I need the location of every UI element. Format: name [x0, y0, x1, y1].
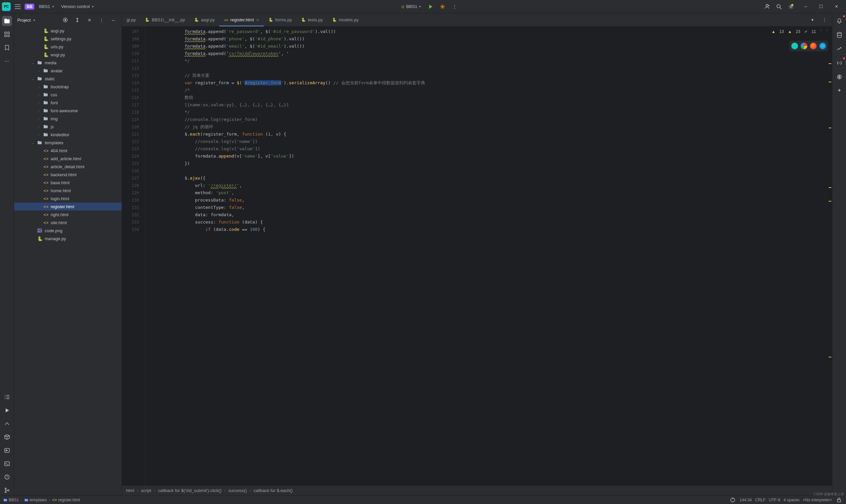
- indexing-icon[interactable]: [729, 496, 736, 504]
- line-number[interactable]: 123: [122, 145, 145, 152]
- chevron-icon[interactable]: ›: [37, 117, 41, 121]
- chevron-icon[interactable]: ›: [37, 93, 41, 96]
- vcs-tool-icon[interactable]: [2, 485, 12, 495]
- editor-tab[interactable]: 🐍asgi.py: [190, 13, 219, 26]
- chevron-icon[interactable]: ›: [37, 69, 41, 73]
- problems-tool-icon[interactable]: [2, 472, 12, 482]
- code-with-me-icon[interactable]: [762, 2, 772, 12]
- read-only-icon[interactable]: [835, 496, 843, 504]
- tree-item[interactable]: <>register.html: [14, 202, 122, 211]
- line-number[interactable]: 109: [122, 43, 145, 50]
- tree-item[interactable]: ›kindeditor: [14, 130, 122, 139]
- window-minimize[interactable]: ─: [798, 0, 813, 13]
- line-number[interactable]: 133: [122, 218, 145, 226]
- editor-tab[interactable]: 🐍forms.py: [264, 13, 296, 26]
- line-number[interactable]: 108: [122, 35, 145, 43]
- line-number[interactable]: 113: [122, 72, 145, 79]
- line-number[interactable]: 129: [122, 189, 145, 197]
- more-run-icon[interactable]: ⋮: [449, 2, 460, 12]
- line-number[interactable]: 122: [122, 138, 145, 145]
- line-number[interactable]: 114: [122, 79, 145, 87]
- line-number[interactable]: 124: [122, 152, 145, 160]
- ai-assistant-icon[interactable]: [834, 86, 844, 96]
- line-number[interactable]: 121: [122, 130, 145, 138]
- line-number[interactable]: 125: [122, 160, 145, 167]
- chevron-icon[interactable]: ›: [37, 125, 41, 129]
- line-number[interactable]: 107: [122, 28, 145, 35]
- tree-item[interactable]: <>backend.html: [14, 170, 122, 179]
- line-number[interactable]: 119: [122, 116, 145, 123]
- tree-item[interactable]: 🐍asgi.py: [14, 26, 122, 35]
- nav-crumb[interactable]: BBS1: [3, 498, 19, 502]
- todo-tool-icon[interactable]: [2, 392, 12, 402]
- window-maximize[interactable]: ☐: [813, 0, 829, 13]
- tree-item[interactable]: ›font: [14, 98, 122, 107]
- run-button[interactable]: [426, 2, 435, 12]
- close-icon[interactable]: ✕: [256, 18, 259, 22]
- search-icon[interactable]: [774, 2, 784, 12]
- tree-item[interactable]: ›font-awesome: [14, 107, 122, 114]
- line-number[interactable]: 112: [122, 65, 145, 72]
- breadcrumb-item[interactable]: success(): [228, 488, 247, 493]
- chevron-icon[interactable]: ›: [37, 101, 41, 105]
- editor-tab[interactable]: 🐍tests.py: [296, 13, 327, 26]
- editor-tab[interactable]: <>register.html ✕: [219, 13, 264, 26]
- chevron-icon[interactable]: ⌄: [31, 141, 35, 145]
- run-tool-icon[interactable]: [2, 406, 12, 415]
- prev-highlight-icon[interactable]: ˄: [820, 29, 822, 34]
- tree-item[interactable]: 🐍wsgi.py: [14, 51, 122, 59]
- tree-item[interactable]: <>home.html: [14, 186, 122, 195]
- breadcrumb-item[interactable]: callback for $('#id_submit').click(): [158, 488, 221, 493]
- edge-icon[interactable]: [820, 43, 826, 49]
- chevron-icon[interactable]: ⌄: [31, 77, 35, 80]
- expand-all-icon[interactable]: [72, 15, 82, 25]
- terminal-tool-icon[interactable]: [2, 459, 12, 469]
- run-config-selector[interactable]: dj BBS1 ▾: [398, 3, 424, 10]
- tree-item[interactable]: <>add_article.html: [14, 155, 122, 163]
- line-number[interactable]: 134: [122, 226, 145, 233]
- main-menu-icon[interactable]: [13, 2, 23, 12]
- chevron-icon[interactable]: ›: [37, 85, 41, 89]
- navigation-bar[interactable]: BBS1› templates›<> register.html: [3, 498, 80, 502]
- pycharm-preview-icon[interactable]: [791, 43, 798, 49]
- tree-item[interactable]: <>login.html: [14, 195, 122, 202]
- tree-item[interactable]: <>article_detail.html: [14, 163, 122, 170]
- project-selector[interactable]: BBS1 ▾: [36, 3, 56, 10]
- project-tree[interactable]: 🐍asgi.py🐍settings.py🐍urls.py🐍wsgi.py⌄med…: [14, 26, 122, 495]
- endpoints-tool-icon[interactable]: [834, 58, 844, 68]
- tree-item[interactable]: <>site.html: [14, 218, 122, 227]
- line-number[interactable]: 132: [122, 211, 145, 218]
- breadcrumb-item[interactable]: script: [141, 488, 151, 493]
- line-number[interactable]: 127: [122, 175, 145, 182]
- file-encoding[interactable]: UTF-8: [769, 498, 780, 502]
- interpreter-selector[interactable]: <No interpreter>: [803, 498, 832, 502]
- chevron-icon[interactable]: ›: [37, 109, 41, 113]
- debug-button[interactable]: [437, 2, 448, 12]
- tree-item[interactable]: code.png: [14, 227, 122, 235]
- error-stripe[interactable]: [827, 26, 832, 485]
- notifications-icon[interactable]: [834, 16, 844, 26]
- python-console-tool-icon[interactable]: [2, 419, 12, 429]
- code-editor[interactable]: formdata.append('re_password', $('#id_re…: [145, 26, 832, 485]
- line-number[interactable]: 126: [122, 167, 145, 175]
- tree-item[interactable]: ›css: [14, 91, 122, 98]
- tab-dropdown-icon[interactable]: ▾: [807, 15, 817, 25]
- line-number[interactable]: 115: [122, 87, 145, 94]
- tree-item[interactable]: 🐍settings.py: [14, 35, 122, 43]
- chevron-down-icon[interactable]: ▾: [33, 18, 35, 22]
- line-number[interactable]: 120: [122, 123, 145, 130]
- tree-item[interactable]: 🐍urls.py: [14, 43, 122, 51]
- tree-item[interactable]: ›img: [14, 114, 122, 123]
- line-number[interactable]: 116: [122, 94, 145, 101]
- select-opened-file-icon[interactable]: [60, 15, 70, 25]
- tree-item[interactable]: 🐍manage.py: [14, 235, 122, 242]
- inspection-summary[interactable]: ▲13 ▲23 ✔11 ˄ ˅: [771, 29, 828, 34]
- packages-tool-icon[interactable]: [2, 432, 12, 442]
- chevron-icon[interactable]: ⌄: [31, 61, 35, 65]
- panel-options-icon[interactable]: ⋮: [96, 15, 106, 25]
- firefox-icon[interactable]: [810, 43, 817, 49]
- settings-icon[interactable]: [786, 2, 796, 12]
- line-number[interactable]: 131: [122, 204, 145, 211]
- line-number[interactable]: 117: [122, 101, 145, 109]
- caret-position[interactable]: 144:34: [740, 498, 752, 502]
